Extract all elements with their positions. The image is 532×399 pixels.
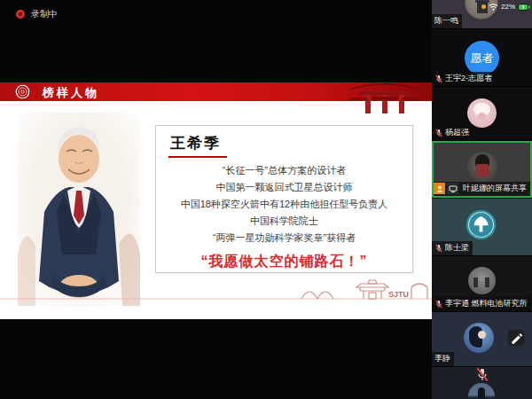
participant-name-label: 陈一鸣	[432, 14, 462, 28]
pen-annotation-icon[interactable]	[507, 329, 525, 347]
battery-percent: 22%	[501, 3, 515, 11]
participant-tile[interactable]: 22% 陈一鸣	[432, 0, 532, 28]
battery-charging-icon	[518, 4, 530, 11]
participant-name-label: 李静	[432, 352, 454, 366]
shared-screen-area: 录制中 榜样人物	[0, 0, 432, 399]
watermark-text: SJTU	[388, 290, 409, 299]
bio-line: “两弹一星功勋科学家奖章”获得者	[156, 230, 412, 246]
slide-header-title: 榜样人物	[43, 85, 99, 101]
recording-dot-icon	[16, 10, 25, 19]
avatar	[467, 98, 497, 128]
avatar	[468, 267, 496, 294]
participant-name-label: 王宇2-志愿者	[432, 72, 496, 86]
bio-lines: “长征一号”总体方案的设计者 中国第一颗返回式卫星总设计师 中国18种探空火箭中…	[156, 162, 412, 246]
meeting-window: 录制中 榜样人物	[0, 0, 532, 399]
presentation-slide: 榜样人物	[0, 82, 432, 319]
person-info-box: 王希季 “长征一号”总体方案的设计者 中国第一颗返回式卫星总设计师 中国18种探…	[155, 125, 413, 273]
bio-line: “长征一号”总体方案的设计者	[156, 162, 412, 179]
avatar	[464, 323, 494, 353]
participant-name-label: 叶妮娜的屏幕共享	[434, 182, 530, 196]
participant-tile[interactable]: 愿者 王宇2-志愿者	[432, 29, 532, 86]
participant-name: 陈一鸣	[434, 15, 458, 27]
bio-line: 中国科学院院士	[156, 213, 412, 230]
mic-off-icon	[434, 244, 443, 253]
sjtu-skyline-watermark: SJTU	[0, 276, 432, 306]
person-name: 王希季	[170, 133, 412, 153]
participant-name-label: 杨超强	[432, 126, 473, 140]
presenter-badge-icon	[434, 183, 445, 194]
gate-illustration-icon	[339, 76, 432, 113]
title-underline	[168, 156, 227, 158]
mic-on-icon	[460, 184, 461, 193]
mic-off-icon	[474, 367, 489, 382]
participant-tile-active-sharing[interactable]: 叶妮娜的屏幕共享	[432, 141, 532, 198]
participants-sidebar: 22% 陈一鸣 愿者	[432, 0, 532, 399]
notification-dot-icon	[481, 4, 486, 9]
participant-name-label: 李宇通 燃料电池研究所	[432, 297, 531, 311]
avatar-initials: 愿者	[471, 51, 494, 66]
participant-tile[interactable]: 杨超强	[432, 87, 532, 140]
bio-line: 中国第一颗返回式卫星总设计师	[156, 179, 412, 196]
recording-label: 录制中	[31, 8, 58, 20]
avatar	[468, 383, 495, 399]
device-status-bar: 22%	[481, 3, 530, 11]
participant-name: 叶妮娜的屏幕共享	[463, 183, 527, 194]
recording-indicator[interactable]: 录制中	[16, 8, 58, 20]
mic-off-icon	[434, 74, 443, 83]
participant-name: 李静	[434, 353, 450, 364]
mic-off-icon	[434, 129, 443, 137]
participant-name-label: 陈士梁	[432, 241, 473, 255]
wifi-icon	[489, 3, 498, 11]
sjtu-seal-icon	[15, 84, 30, 99]
participant-name: 王宇2-志愿者	[445, 73, 492, 84]
avatar	[467, 152, 497, 182]
mic-off-icon	[434, 300, 443, 309]
participant-tile[interactable]	[432, 367, 532, 399]
slide-header: 榜样人物	[0, 82, 432, 101]
bio-line: 中国18种探空火箭中有12种由他担任型号负责人	[156, 196, 412, 213]
participant-name: 陈士梁	[445, 242, 469, 254]
participant-name: 李宇通 燃料电池研究所	[445, 298, 528, 309]
participant-tile[interactable]: 李静	[432, 312, 532, 366]
participant-tile[interactable]: 李宇通 燃料电池研究所	[432, 256, 532, 311]
participant-tile[interactable]: 陈士梁	[432, 199, 532, 255]
participant-name: 杨超强	[445, 127, 469, 138]
person-quote: “我愿做太空的铺路石！”	[156, 253, 412, 271]
screen-share-icon	[447, 183, 458, 194]
avatar: 愿者	[465, 41, 499, 75]
tree-logo-avatar	[466, 209, 497, 240]
